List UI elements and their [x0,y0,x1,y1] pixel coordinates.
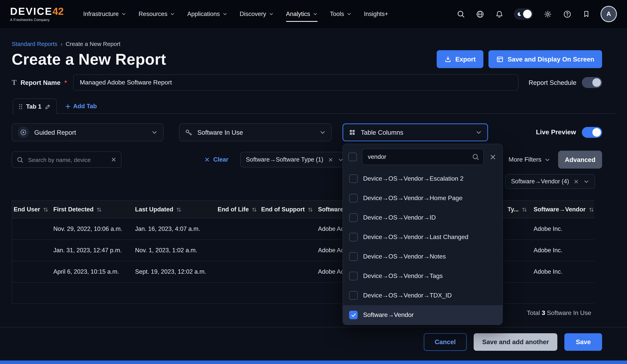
nav-item-infrastructure[interactable]: Infrastructure [83,0,126,28]
add-tab-button[interactable]: Add Tab [65,103,97,110]
sort-icon [43,207,48,212]
nav-item-resources[interactable]: Resources [139,0,175,28]
table-cell: Adobe Inc. [532,225,594,232]
close-dropdown-icon[interactable] [490,154,496,160]
main-nav: Infrastructure Resources Applications Di… [83,0,388,28]
table-columns-select[interactable]: Table Columns [343,123,488,141]
save-add-another-button[interactable]: Save and add another [474,333,558,351]
column-option-label: Device→OS→Vendor→ID [363,214,436,221]
report-schedule: Report Schedule [528,77,602,88]
search-icon[interactable] [457,10,465,18]
remove-filter-icon[interactable] [574,179,579,184]
object-type-select[interactable]: Software In Use [179,123,332,141]
chevron-down-icon [151,129,158,136]
globe-icon[interactable] [476,10,484,18]
select-all-checkbox[interactable] [348,153,357,161]
export-button[interactable]: Export [437,50,484,68]
guided-report-icon [17,127,29,138]
checkbox-checked[interactable] [349,311,358,319]
column-option[interactable]: Device→OS→Vendor→ID [343,208,502,227]
chevron-down-icon [269,12,274,16]
remove-filter-icon[interactable] [328,157,333,162]
tab-1[interactable]: Tab 1 [13,99,57,114]
theme-toggle[interactable] [515,9,532,19]
checkbox-unchecked[interactable] [349,272,358,280]
column-option[interactable]: Device→OS→Vendor→Notes [343,247,502,266]
report-schedule-toggle[interactable] [582,77,602,88]
column-option[interactable]: Device→OS→Vendor→Escalation 2 [343,169,502,188]
clear-search-icon[interactable] [111,157,116,162]
export-label: Export [455,55,476,63]
column-option-label: Device→OS→Vendor→Escalation 2 [363,175,464,182]
table-display-icon [496,55,504,63]
breadcrumb-link[interactable]: Standard Reports [12,41,57,47]
table-cell: April 6, 2023, 10:15 a.m. [52,268,134,275]
column-header[interactable]: First Detected [52,206,134,213]
checkbox-unchecked[interactable] [349,213,358,222]
column-header[interactable]: Last Updated [134,206,216,213]
report-name-input[interactable] [73,74,519,91]
chevron-down-icon[interactable] [583,178,589,184]
report-name-row: T Report Name * Report Schedule [12,74,602,91]
column-header[interactable]: End of Support [260,206,316,213]
bottom-accent-bar [0,361,627,364]
report-type-select[interactable]: Guided Report [12,123,163,141]
cancel-button[interactable]: Cancel [424,333,467,351]
table-row[interactable]: April 6, 2023, 10:15 a.m.Sept. 19, 2023,… [12,261,594,283]
search-input[interactable] [27,156,107,163]
sort-icon [308,207,313,212]
app-window: DEVICE42 A Freshworks Company Infrastruc… [0,0,627,364]
table-row[interactable]: Jan. 31, 2023, 12:47 p.m.Nov. 1, 2023, 1… [12,240,594,261]
avatar[interactable]: A [601,7,616,21]
footer-divider [0,327,627,327]
chevron-down-icon [313,12,317,16]
edit-tab-icon[interactable] [45,103,51,109]
vendor-filter-chip[interactable]: Software→Vendor (4) [505,174,595,189]
column-header[interactable]: End of Life [216,206,260,213]
column-header[interactable]: End User [12,206,52,213]
live-preview-toggle[interactable] [582,127,602,138]
nav-item-discovery[interactable]: Discovery [240,0,273,28]
nav-label: Resources [139,10,167,17]
checkbox-unchecked[interactable] [349,174,358,183]
help-icon[interactable] [563,10,571,18]
nav-item-tools[interactable]: Tools [330,0,352,28]
checkbox-unchecked[interactable] [349,194,358,203]
top-navbar: DEVICE42 A Freshworks Company Infrastruc… [0,0,627,28]
advanced-button[interactable]: Advanced [558,151,602,169]
column-option[interactable]: Device→OS→Vendor→TDX_ID [343,286,502,305]
sort-icon [522,207,527,212]
nav-item-applications[interactable]: Applications [187,0,227,28]
column-header[interactable]: Software→Vendor [532,206,594,213]
nav-label: Tools [330,10,344,17]
column-search-input[interactable] [362,149,484,165]
column-option[interactable]: Device→OS→Vendor→Home Page [343,188,502,208]
table-cell: Jan. 31, 2023, 12:47 p.m. [52,247,134,254]
page-title: Create a New Report [12,51,166,68]
software-type-filter-chip[interactable]: Software→Software Type (1) [240,152,349,167]
checkbox-unchecked[interactable] [349,291,358,300]
column-option[interactable]: Device→OS→Vendor→Last Changed [343,227,502,247]
column-option[interactable]: Device→OS→Vendor→Tags [343,266,502,286]
bookmark-icon[interactable] [583,10,590,18]
column-header[interactable]: Ty... [506,206,532,213]
results-table: End UserFirst DetectedLast UpdatedEnd of… [12,201,594,304]
title-actions: Export Save and Display On Screen [437,50,602,68]
nav-item-analytics[interactable]: Analytics [286,0,317,28]
bell-icon[interactable] [495,10,503,18]
checkbox-unchecked[interactable] [349,233,358,241]
table-cell: Sept. 19, 2023, 12:02 a.m. [134,268,216,275]
gear-icon[interactable] [544,10,552,18]
breadcrumb: Standard Reports › Create a New Report [12,41,602,47]
text-format-icon: T [12,78,16,87]
column-option[interactable]: Software→Vendor [343,305,502,325]
save-display-button[interactable]: Save and Display On Screen [488,50,602,68]
nav-item-insights[interactable]: Insights+ [364,0,388,28]
chevron-down-icon [476,129,482,136]
clear-filters-button[interactable]: Clear [204,156,228,163]
save-button[interactable]: Save [565,333,602,351]
checkbox-unchecked[interactable] [349,252,358,261]
device42-logo[interactable]: DEVICE42 A Freshworks Company [10,6,64,22]
drag-handle-icon[interactable] [19,103,23,109]
table-row[interactable]: Nov. 29, 2022, 10:06 a.m.Jan. 16, 2023, … [12,218,594,240]
